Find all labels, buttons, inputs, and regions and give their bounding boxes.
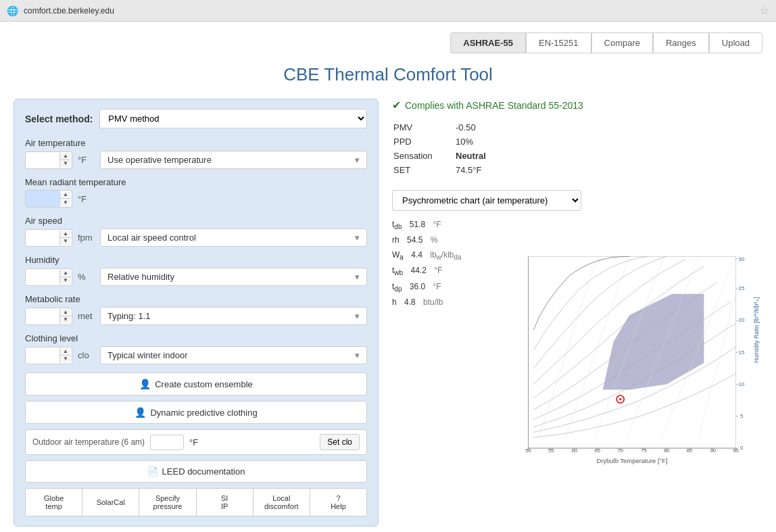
h-row: h 4.8 btu/lb: [392, 295, 500, 310]
air-temp-unit: °F: [78, 155, 95, 165]
results-table: PMV -0.50 PPD 10% Sensation Neutral SET …: [392, 120, 581, 178]
tab-ranges[interactable]: Ranges: [653, 32, 709, 53]
svg-text:25: 25: [739, 285, 745, 291]
air-temp-up[interactable]: ▲: [60, 153, 71, 160]
air-speed-up[interactable]: ▲: [60, 231, 71, 238]
tdp-value: 36.0: [410, 280, 425, 295]
person-icon: 👤: [139, 379, 151, 389]
humidity-unit: %: [78, 272, 95, 282]
sensation-label: Sensation: [393, 149, 454, 162]
air-speed-dropdown[interactable]: Local air speed control: [100, 228, 367, 247]
metabolic-input-wrap: 1.1 ▲ ▼: [25, 308, 72, 325]
outdoor-temp-input[interactable]: 0.0: [150, 435, 184, 450]
svg-text:5: 5: [740, 413, 744, 419]
tab-en15251[interactable]: EN-15251: [526, 32, 591, 53]
complies-text: Complies with ASHRAE Standard 55-2013: [405, 100, 583, 111]
set-value: 74.5°F: [456, 164, 580, 176]
metabolic-dropdown[interactable]: Typing: 1.1: [100, 307, 367, 325]
wa-row: Wa 4.4 lbw/klbda: [392, 248, 500, 264]
air-temp-input-wrap: 70 ▲ ▼: [25, 151, 72, 169]
clothing-down[interactable]: ▼: [60, 356, 71, 363]
tdp-unit: °F: [433, 280, 441, 295]
globe-temp-button[interactable]: Globetemp: [26, 489, 82, 516]
layout: Select method: PMV method Air temperatur…: [14, 99, 762, 527]
metabolic-up[interactable]: ▲: [60, 309, 71, 316]
clothing-label: Clothing level: [25, 333, 367, 343]
operative-temp-button[interactable]: Use operative temperature: [100, 151, 367, 169]
person2-icon: 👤: [135, 407, 146, 418]
url-bar: comfort.cbe.berkeley.edu: [24, 6, 754, 16]
psychrometric-chart: Humidity Ratio [lbᵂ/klbᵈₐ]: [507, 218, 762, 508]
air-speed-label: Air speed: [25, 216, 367, 226]
chart-select[interactable]: Psychrometric chart (air temperature): [392, 190, 581, 211]
mean-radiant-up[interactable]: ▲: [60, 191, 71, 199]
air-speed-input[interactable]: 20: [26, 230, 59, 246]
metabolic-row: Metabolic rate 1.1 ▲ ▼ met Typing: 1.1: [25, 294, 367, 325]
select-method-row: Select method: PMV method: [25, 109, 367, 128]
local-discomfort-button[interactable]: Localdiscomfort: [253, 489, 310, 516]
humidity-label: Humidity: [25, 255, 367, 265]
tdb-unit: °F: [433, 218, 441, 233]
humidity-input-wrap: 40 ▲ ▼: [25, 268, 72, 286]
clothing-dropdown[interactable]: Typical winter indoor: [100, 346, 367, 364]
globe-icon: 🌐: [7, 5, 18, 16]
chart-select-row: Psychrometric chart (air temperature): [392, 190, 762, 211]
create-ensemble-button[interactable]: 👤 Create custom ensemble: [25, 372, 367, 395]
air-temp-down[interactable]: ▼: [60, 160, 71, 168]
svg-text:0: 0: [740, 445, 744, 451]
clothing-unit: clo: [78, 350, 95, 360]
mean-radiant-input-wrap: 68 ▲ ▼: [25, 190, 72, 208]
clothing-up[interactable]: ▲: [60, 348, 71, 356]
bookmark-icon: ☆: [760, 4, 769, 17]
mean-radiant-label: Mean radiant temperature: [25, 177, 367, 187]
tab-ashrae55[interactable]: ASHRAE-55: [450, 32, 526, 53]
tdb-value: 51.8: [410, 218, 425, 233]
air-temp-input[interactable]: 70: [26, 152, 59, 168]
air-temp-label: Air temperature: [25, 138, 367, 148]
svg-text:30: 30: [739, 256, 745, 262]
twb-row: twb 44.2 °F: [392, 264, 500, 279]
humidity-input[interactable]: 40: [26, 269, 59, 285]
outdoor-temp-row: Outdoor air temperature (6 am) 0.0 °F Se…: [25, 429, 367, 455]
help-button[interactable]: ?Help: [310, 489, 366, 516]
wa-unit: lbw/klbda: [430, 248, 461, 264]
clothing-spinners: ▲ ▼: [59, 348, 71, 363]
chart-container: Humidity Ratio [lbᵂ/klbᵈₐ]: [507, 218, 762, 508]
leed-button[interactable]: 📄 LEED documentation: [25, 460, 367, 483]
mean-radiant-input[interactable]: 68: [26, 191, 59, 207]
specify-pressure-button[interactable]: Specifypressure: [139, 489, 196, 516]
method-select[interactable]: PMV method: [99, 109, 367, 128]
air-temp-row: Air temperature 70 ▲ ▼ °F Use operative …: [25, 138, 367, 169]
dynamic-clothing-button[interactable]: 👤 Dynamic predictive clothing: [25, 401, 367, 424]
metabolic-down[interactable]: ▼: [60, 316, 71, 324]
doc-icon: 📄: [147, 466, 158, 477]
mean-radiant-down[interactable]: ▼: [60, 199, 71, 206]
humidity-down[interactable]: ▼: [60, 277, 71, 285]
pmv-label: PMV: [393, 121, 454, 134]
outdoor-unit: °F: [189, 437, 198, 448]
left-panel: Select method: PMV method Air temperatur…: [14, 99, 379, 527]
humidity-dropdown[interactable]: Relative humidity: [100, 268, 367, 286]
twb-value: 44.2: [410, 264, 426, 279]
metabolic-unit: met: [78, 311, 95, 321]
tab-upload[interactable]: Upload: [709, 32, 762, 53]
select-method-label: Select method:: [25, 114, 93, 124]
mean-radiant-spinners: ▲ ▼: [59, 191, 71, 206]
chart-data-labels: tdb 51.8 °F rh 54.5 % Wa 4.4 lbw/klbda: [392, 218, 500, 508]
rh-value: 54.5: [407, 233, 422, 248]
wa-value: 4.4: [411, 248, 422, 264]
solarcal-button[interactable]: SolarCal: [82, 489, 139, 516]
right-panel: ✔ Complies with ASHRAE Standard 55-2013 …: [392, 99, 762, 527]
metabolic-input[interactable]: 1.1: [26, 308, 59, 324]
complies-banner: ✔ Complies with ASHRAE Standard 55-2013: [392, 99, 762, 112]
si-ip-button[interactable]: SIIP: [197, 489, 253, 516]
set-clo-button[interactable]: Set clo: [320, 434, 360, 450]
humidity-up[interactable]: ▲: [60, 270, 71, 277]
data-point-center: [619, 398, 621, 400]
tab-compare[interactable]: Compare: [591, 32, 653, 53]
air-speed-down[interactable]: ▼: [60, 238, 71, 245]
rh-row: rh 54.5 %: [392, 233, 500, 248]
h-unit: btu/lb: [423, 295, 443, 310]
clothing-input[interactable]: 1: [26, 347, 59, 364]
top-nav: ASHRAE-55 EN-15251 Compare Ranges Upload: [14, 32, 762, 53]
